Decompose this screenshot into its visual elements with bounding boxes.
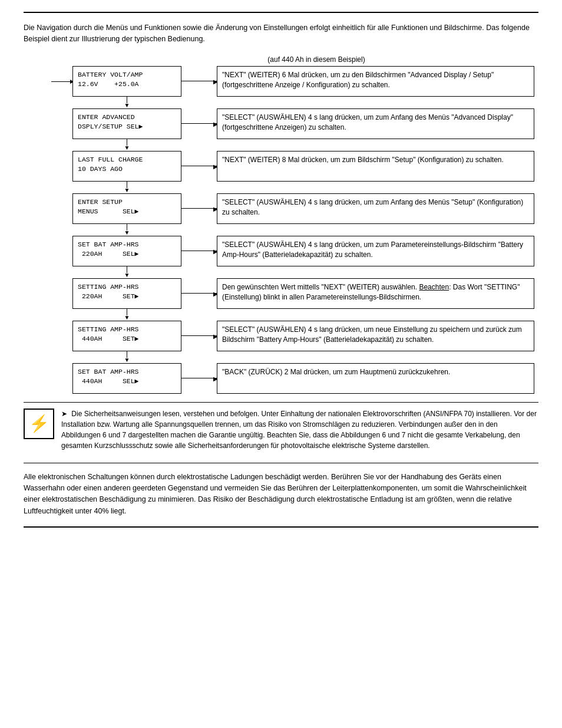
down-arrow-7: ▼ (72, 351, 534, 363)
flow-row-7: SETTING AMP-HRS 440AH SET▶ "SELECT" (AUS… (72, 321, 534, 351)
desc-box-2: "SELECT" (AUSWÄHLEN) 4 s lang drücken, u… (217, 108, 534, 139)
down-arrow-2: ▼ (72, 139, 534, 151)
warning-icon: ⚡ (24, 409, 54, 439)
desc-box-5: "SELECT" (AUSWÄHLEN) 4 s lang drücken, u… (217, 236, 534, 266)
lightning-icon: ⚡ (29, 414, 49, 433)
flow-row-4: ENTER SETUP MENUS SEL▶ "SELECT" (AUSWÄHL… (72, 193, 534, 224)
desc-box-1: "NEXT" (WEITER) 6 Mal drücken, um zu den… (217, 66, 534, 97)
intro-text: Die Navigation durch die Menüs und Funkt… (24, 22, 538, 45)
top-line (24, 12, 538, 13)
bottom-text: Alle elektronischen Schaltungen können d… (24, 472, 538, 518)
flow-row-6: SETTING AMP-HRS 220AH SET▶ Den gewünscht… (72, 278, 534, 309)
down-arrow-5: ▼ (72, 266, 534, 278)
final-line (24, 526, 538, 528)
arrow-right-8 (181, 378, 217, 378)
auf-label: (auf 440 Ah in diesem Beispiel) (98, 55, 534, 64)
flow-row-3: LAST FULL CHARGE 10 DAYS AGO "NEXT" (WEI… (72, 151, 534, 182)
flow-row-8: SET BAT AMP-HRS 440AH SEL▶ "BACK" (ZURÜC… (72, 363, 534, 394)
flow-wrapper: ▶ BATTERY VOLT/AMP 12.6V +25.0A "NEXT" (… (51, 66, 534, 394)
desc-box-6: Den gewünschten Wert mittells "NEXT" (WE… (217, 278, 534, 309)
screen-box-8: SET BAT AMP-HRS 440AH SEL▶ (72, 363, 181, 394)
screen-box-2: ENTER ADVANCED DSPLY/SETUP SEL▶ (72, 108, 181, 139)
desc-box-7: "SELECT" (AUSWÄHLEN) 4 s lang drücken, u… (217, 321, 534, 351)
screen-box-7: SETTING AMP-HRS 440AH SET▶ (72, 321, 181, 351)
arrow-right-6 (181, 293, 217, 294)
bottom-divider (24, 463, 538, 463)
desc-box-3: "NEXT" (WEITER) 8 Mal drücken, um zum Bi… (217, 151, 534, 182)
flow-row-5: SET BAT AMP-HRS 220AH SEL▶ "SELECT" (AUS… (72, 236, 534, 266)
warning-text: ➤ Die Sicherheitsanweisungen lesen, vers… (61, 409, 538, 451)
screen-box-1: BATTERY VOLT/AMP 12.6V +25.0A (72, 66, 181, 97)
desc-box-8: "BACK" (ZURÜCK) 2 Mal drücken, um zum Ha… (217, 363, 534, 394)
flowchart-container: (auf 440 Ah in diesem Beispiel) ▶ BATTER… (28, 55, 534, 394)
arrow-right-1 (181, 81, 217, 81)
warning-arrow-prefix: ➤ (61, 410, 69, 418)
desc-box-4: "SELECT" (AUSWÄHLEN) 4 s lang drücken, u… (217, 193, 534, 224)
flow-row-1: BATTERY VOLT/AMP 12.6V +25.0A "NEXT" (WE… (72, 66, 534, 97)
entry-line (51, 81, 72, 82)
screen-box-3: LAST FULL CHARGE 10 DAYS AGO (72, 151, 181, 182)
spacer-line (24, 402, 538, 403)
warning-box: ⚡ ➤ Die Sicherheitsanweisungen lesen, ve… (24, 409, 538, 451)
down-arrow-1: ▼ (72, 97, 534, 108)
flow-row-2: ENTER ADVANCED DSPLY/SETUP SEL▶ "SELECT"… (72, 108, 534, 139)
arrow-right-7 (181, 335, 217, 336)
screen-box-5: SET BAT AMP-HRS 220AH SEL▶ (72, 236, 181, 266)
screen-box-4: ENTER SETUP MENUS SEL▶ (72, 193, 181, 224)
arrow-right-4 (181, 208, 217, 209)
arrow-right-3 (181, 166, 217, 166)
down-arrow-3: ▼ (72, 182, 534, 193)
underline-beachten: Beachten (419, 283, 449, 291)
warning-body: Die Sicherheitsanweisungen lesen, verste… (61, 410, 537, 450)
page: Die Navigation durch die Menüs und Funkt… (0, 0, 562, 539)
arrow-right-5 (181, 251, 217, 251)
screen-box-6: SETTING AMP-HRS 220AH SET▶ (72, 278, 181, 309)
down-arrow-4: ▼ (72, 224, 534, 236)
down-arrow-6: ▼ (72, 309, 534, 321)
arrow-right-2 (181, 123, 217, 124)
